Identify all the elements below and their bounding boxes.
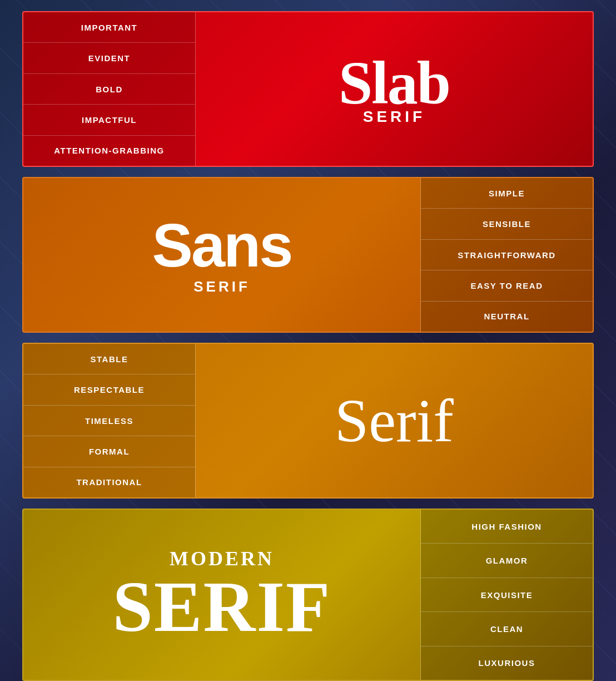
slab-sub-title: SERIF (363, 108, 425, 126)
list-item: GLAMOR (421, 544, 593, 578)
slab-main-title: Slab (339, 52, 450, 114)
serif-main-title: Serif (335, 390, 454, 451)
sans-sub-title: SERIF (193, 278, 250, 295)
serif-title-area: Serif (196, 344, 593, 497)
slab-list: IMPORTANT EVIDENT BOLD IMPACTFUL ATTENTI… (23, 12, 196, 166)
list-item: IMPACTFUL (23, 105, 195, 135)
slab-title-area: Slab SERIF (196, 12, 593, 166)
list-item: RESPECTABLE (23, 374, 195, 405)
sans-title-area: Sans SERIF (23, 178, 420, 332)
list-item: HIGH FASHION (421, 510, 593, 544)
list-item: ATTENTION-GRABBING (23, 136, 195, 166)
list-item: EASY TO READ (421, 270, 593, 301)
slab-serif-card: IMPORTANT EVIDENT BOLD IMPACTFUL ATTENTI… (22, 11, 594, 167)
list-item: SENSIBLE (421, 209, 593, 239)
sans-serif-card: Sans SERIF SIMPLE SENSIBLE STRAIGHTFORWA… (22, 177, 594, 333)
modern-title-area: MODERN SERIF (23, 510, 420, 680)
modern-list: HIGH FASHION GLAMOR EXQUISITE CLEAN LUXU… (420, 510, 593, 680)
serif-card: STABLE RESPECTABLE TIMELESS FORMAL TRADI… (22, 343, 594, 499)
serif-list: STABLE RESPECTABLE TIMELESS FORMAL TRADI… (23, 344, 196, 497)
list-item: TIMELESS (23, 406, 195, 436)
modern-serif-card: MODERN SERIF HIGH FASHION GLAMOR EXQUISI… (22, 509, 594, 681)
list-item: TRADITIONAL (23, 467, 195, 497)
list-item: BOLD (23, 74, 195, 105)
sans-list: SIMPLE SENSIBLE STRAIGHTFORWARD EASY TO … (420, 178, 593, 332)
list-item: EVIDENT (23, 43, 195, 73)
list-item: FORMAL (23, 436, 195, 467)
sans-main-title: Sans (152, 215, 292, 276)
modern-title-large: SERIF (113, 570, 331, 643)
list-item: EXQUISITE (421, 578, 593, 612)
list-item: LUXURIOUS (421, 647, 593, 680)
list-item: IMPORTANT (23, 12, 195, 43)
list-item: STABLE (23, 344, 195, 374)
list-item: STRAIGHTFORWARD (421, 240, 593, 270)
list-item: CLEAN (421, 612, 593, 646)
list-item: NEUTRAL (421, 302, 593, 332)
list-item: SIMPLE (421, 178, 593, 209)
